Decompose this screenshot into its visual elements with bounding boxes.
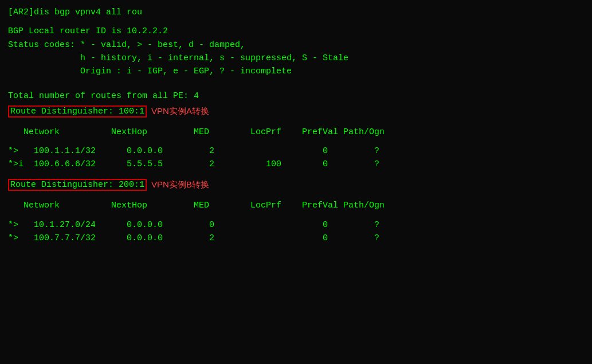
rd1-label: Route Distinguisher: 100:1 <box>8 105 147 118</box>
terminal-window: [AR2]dis bgp vpnv4 all rou BGP Local rou… <box>8 6 584 245</box>
total-routes-line: Total number of routes from all PE: 4 <box>8 89 584 103</box>
rd1-row-1: *>i 100.6.6.6/32 5.5.5.5 2 100 0 ? <box>8 158 584 171</box>
status-line2: h - history, i - internal, s - suppresse… <box>8 52 584 65</box>
rd2-note: VPN实例B转换 <box>151 179 209 190</box>
origin-line: Origin : i - IGP, e - EGP, ? - incomplet… <box>8 65 584 78</box>
rd1-note: VPN实例A转换 <box>151 106 209 117</box>
prompt-line: [AR2]dis bgp vpnv4 all rou <box>8 6 584 19</box>
rd1-table-header: Network NextHop MED LocPrf PrefVal Path/… <box>8 126 584 139</box>
router-id-line: BGP Local router ID is 10.2.2.2 <box>8 25 584 38</box>
rd2-table-header: Network NextHop MED LocPrf PrefVal Path/… <box>8 199 584 212</box>
rd2-header: Route Distinguisher: 200:1 VPN实例B转换 <box>8 179 584 191</box>
rd2-label: Route Distinguisher: 200:1 <box>8 179 147 191</box>
rd1-row-0: *> 100.1.1.1/32 0.0.0.0 2 0 ? <box>8 144 584 158</box>
rd1-header: Route Distinguisher: 100:1 VPN实例A转换 <box>8 105 584 118</box>
rd2-row-1: *> 100.7.7.7/32 0.0.0.0 2 0 ? <box>8 232 584 245</box>
rd2-row-0: *> 10.1.27.0/24 0.0.0.0 0 0 ? <box>8 218 584 232</box>
status-line1: Status codes: * - valid, > - best, d - d… <box>8 38 584 52</box>
